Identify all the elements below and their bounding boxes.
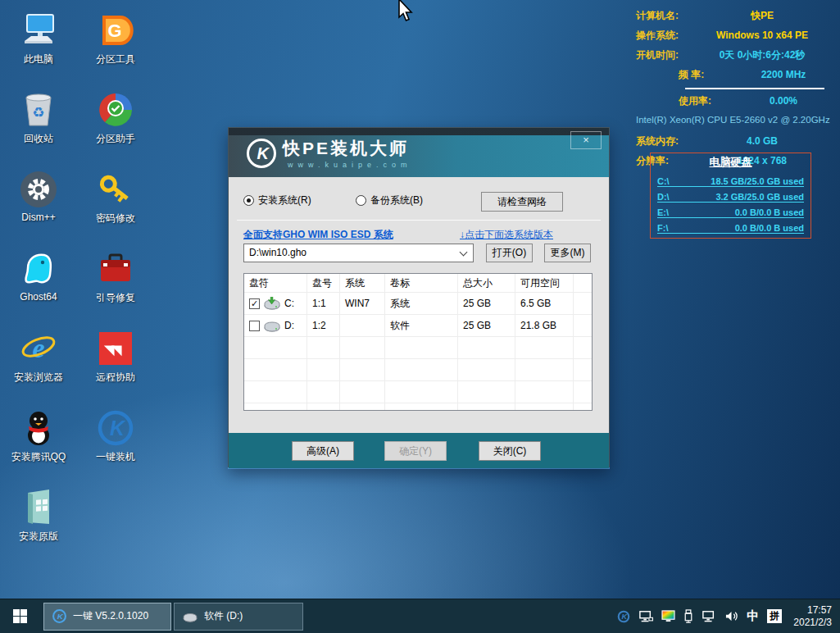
dialog-title: 快PE装机大师 [283, 137, 409, 160]
ime-pinyin-indicator[interactable]: 拼 [767, 609, 782, 623]
col-header[interactable]: 盘符 [244, 274, 307, 293]
radio-backup-system[interactable]: 备份系统(B) [356, 194, 423, 207]
clock[interactable]: 17:57 2021/2/3 [793, 604, 832, 629]
drive-letter: D: [284, 320, 294, 331]
uptime-value: 0天 0小时:6分:42秒 [698, 48, 826, 62]
total-size-cell: 25 GB [458, 293, 515, 315]
memory-label: 系统内存: [636, 134, 698, 148]
svg-text:♻: ♻ [32, 104, 44, 121]
windows-logo-icon [13, 609, 27, 623]
drive-letter: C: [284, 298, 294, 309]
system-cell [340, 315, 385, 337]
partition-assistant-icon [96, 90, 135, 130]
start-button[interactable] [0, 599, 39, 633]
svg-text:G: G [107, 20, 121, 41]
desktop-icon-label: 分区工具 [96, 52, 135, 66]
kuaipe-tray-icon[interactable]: K [617, 610, 630, 623]
ime-indicator[interactable]: 中 [747, 608, 759, 624]
open-button[interactable]: 打开(O) [486, 244, 533, 262]
desktop-icon-partition-tool[interactable]: G 分区工具 [78, 3, 153, 83]
drive-icon [263, 319, 281, 332]
display-color-icon[interactable] [661, 610, 675, 622]
volume-cell: 软件 [385, 315, 458, 337]
radio-dot-selected [243, 195, 254, 206]
desktop-icon-ghost64[interactable]: Ghost64 [1, 242, 76, 321]
system-tray: K 中 拼 17:57 2021/2/3 [617, 604, 840, 629]
desktop-icon-password-modify[interactable]: 密码修改 [78, 162, 153, 242]
gho-support-link[interactable]: 全面支持GHO WIM ISO ESD 系统 [243, 228, 393, 242]
remote-assist-icon [96, 329, 135, 368]
volume-icon[interactable] [724, 610, 738, 622]
col-header[interactable]: 盘号 [307, 274, 340, 293]
system-info-panel: 计算机名:快PE 操作系统:Windows 10 x64 PE 开机时间:0天 … [636, 9, 826, 174]
drive-install-target-icon [263, 297, 281, 310]
empty-row [244, 337, 592, 359]
memory-value: 4.0 GB [698, 135, 826, 147]
uptime-label: 开机时间: [636, 48, 698, 62]
desktop-icon-label: 一键装机 [96, 450, 135, 464]
desktop-icon-label: Ghost64 [20, 291, 57, 303]
divider [685, 88, 824, 89]
dialog-website: www.kuaipe.com [288, 161, 412, 169]
checkbox-unchecked[interactable] [249, 321, 260, 331]
dialog-header: K 快PE装机大师 www.kuaipe.com × [229, 128, 609, 177]
desktop-icon-install-original[interactable]: 安装原版 [1, 480, 76, 560]
desktop-icon-label: 分区助手 [96, 132, 135, 146]
desktop-icon-boot-repair[interactable]: 引导修复 [78, 242, 153, 321]
image-path-combobox[interactable]: D:\win10.gho [243, 244, 474, 262]
desktop-icon-remote-assist[interactable]: 远程协助 [78, 321, 153, 401]
select-version-link[interactable]: ↓点击下面选系统版本 [460, 228, 553, 242]
toolbox-icon [96, 249, 135, 289]
col-header[interactable]: 总大小 [458, 274, 515, 293]
partition-table: 盘符 盘号 系统 卷标 总大小 可用空间 ✓ C: 1:1 WIN7 [243, 273, 593, 411]
frequency-label: 频 率: [679, 68, 741, 82]
desktop-icon-install-qq[interactable]: 安装腾讯QQ [1, 401, 76, 480]
recycle-bin-icon: ♻ [19, 90, 58, 130]
disk-number: 1:2 [307, 315, 340, 337]
col-header[interactable]: 可用空间 [515, 274, 574, 293]
total-size-cell: 25 GB [458, 315, 515, 337]
close-dialog-button[interactable]: 关闭(C) [479, 441, 541, 461]
computer-icon [19, 11, 58, 50]
computer-name-label: 计算机名: [636, 9, 698, 23]
disk-row-c: C:\18.5 GB/25.0 GB used [657, 171, 804, 187]
radio-dot [356, 195, 366, 206]
taskbar-item-software-d[interactable]: 软件 (D:) [174, 603, 303, 631]
network-icon[interactable] [638, 610, 653, 623]
desktop-icon-install-browser[interactable]: e 安装浏览器 [1, 321, 76, 401]
empty-row [244, 381, 592, 403]
network-icon[interactable] [702, 610, 716, 623]
ghost-icon [19, 249, 58, 289]
table-row-c[interactable]: ✓ C: 1:1 WIN7 系统 25 GB 6.5 GB [244, 293, 592, 315]
checkbox-checked[interactable]: ✓ [249, 298, 260, 309]
kuaipe-logo-icon: K [96, 408, 135, 448]
usb-icon[interactable] [683, 609, 693, 623]
key-icon [96, 170, 135, 209]
disk-panel-title: 电脑硬盘 [657, 155, 804, 170]
desktop-icon-label: 密码修改 [96, 212, 135, 225]
desktop-icon-recycle-bin[interactable]: ♻ 回收站 [1, 83, 76, 162]
drive-usage: 0.0 B/0.0 B used [735, 207, 804, 217]
table-row-d[interactable]: D: 1:2 软件 25 GB 21.8 GB [244, 315, 592, 337]
desktop-icon-this-pc[interactable]: 此电脑 [1, 3, 76, 83]
col-header[interactable]: 系统 [340, 274, 385, 293]
ok-button[interactable]: 确定(Y) [384, 441, 447, 461]
drive-name: F:\ [657, 223, 668, 233]
drive-name: E:\ [657, 207, 669, 217]
desktop-icon-partition-assistant[interactable]: 分区助手 [78, 83, 153, 162]
free-space-cell: 6.5 GB [515, 293, 574, 315]
desktop-icon-dism[interactable]: Dism++ [1, 162, 76, 242]
desktop-icon-label: 回收站 [24, 132, 53, 146]
drive-usage: 18.5 GB/25.0 GB used [711, 176, 804, 186]
taskbar-item-kuaipe[interactable]: K 一键 V5.2.0.1020 [43, 603, 171, 631]
advanced-button[interactable]: 高级(A) [292, 441, 354, 461]
desktop-icon-one-click-install[interactable]: K 一键装机 [78, 401, 153, 480]
radio-install-system[interactable]: 安装系统(R) [243, 194, 311, 207]
close-icon[interactable]: × [570, 131, 602, 149]
image-path-value: D:\win10.gho [249, 247, 306, 258]
desktop: 此电脑 G 分区工具 ♻ 回收站 分区助手 Dism++ [0, 0, 840, 633]
qq-icon [19, 408, 58, 448]
check-network-button[interactable]: 请检查网络 [481, 192, 563, 212]
more-button[interactable]: 更多(M) [544, 244, 591, 262]
col-header[interactable]: 卷标 [385, 274, 458, 293]
